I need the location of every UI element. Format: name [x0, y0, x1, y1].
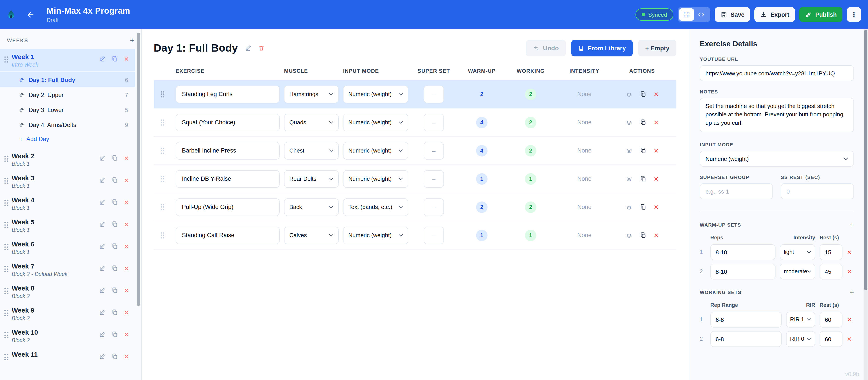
duplicate-week-icon[interactable] [112, 287, 118, 294]
layers-icon[interactable] [625, 232, 633, 239]
from-library-button[interactable]: From Library [571, 40, 633, 56]
duplicate-week-icon[interactable] [112, 199, 118, 205]
drag-handle-icon[interactable] [4, 156, 8, 162]
input-mode-select[interactable]: Numeric (weight) [343, 85, 408, 103]
edit-week-icon[interactable] [99, 177, 106, 183]
delete-set-icon[interactable]: ✕ [847, 268, 854, 275]
set-intensity-select[interactable]: moderate [780, 264, 815, 280]
layers-icon[interactable] [625, 175, 633, 182]
week-item[interactable]: Week 1 Intro Week ✕ [0, 49, 135, 71]
muscle-select[interactable]: Quads [284, 114, 339, 131]
sidebar-scrollbar[interactable] [137, 33, 140, 377]
duplicate-week-icon[interactable] [112, 221, 118, 228]
drag-handle-icon[interactable] [4, 56, 8, 63]
edit-week-icon[interactable] [99, 331, 106, 338]
youtube-url-input[interactable] [700, 65, 854, 81]
drag-handle-icon[interactable] [4, 244, 8, 250]
delete-week-icon[interactable]: ✕ [124, 56, 129, 62]
layers-icon[interactable] [625, 119, 633, 126]
superset-group-input[interactable] [700, 183, 773, 199]
edit-week-icon[interactable] [99, 287, 106, 294]
duplicate-exercise-icon[interactable] [640, 204, 647, 210]
add-week-button[interactable]: + [130, 37, 134, 44]
duplicate-week-icon[interactable] [112, 331, 118, 338]
delete-exercise-icon[interactable]: ✕ [654, 232, 659, 239]
ss-rest-input[interactable] [781, 183, 854, 199]
grid-view-button[interactable] [679, 8, 694, 21]
delete-week-icon[interactable]: ✕ [124, 221, 129, 227]
duplicate-exercise-icon[interactable] [640, 91, 647, 97]
duplicate-exercise-icon[interactable] [640, 147, 647, 154]
add-day-button[interactable]: +Add Day [0, 132, 142, 147]
week-item[interactable]: Week 3 Block 1 ✕ [0, 171, 135, 193]
input-mode-select[interactable]: Numeric (weight) [343, 170, 408, 187]
input-mode-select[interactable]: Numeric (weight) [343, 114, 408, 131]
input-mode-select[interactable]: Text (bands, etc.) [343, 198, 408, 216]
edit-day-title-button[interactable] [245, 45, 252, 52]
drag-handle-icon[interactable] [154, 176, 171, 182]
set-reps-input[interactable] [710, 264, 776, 280]
drag-handle-icon[interactable] [4, 354, 8, 360]
duplicate-week-icon[interactable] [112, 353, 118, 360]
delete-exercise-icon[interactable]: ✕ [654, 175, 659, 182]
input-mode-select[interactable]: Numeric (weight) [343, 226, 408, 244]
muscle-select[interactable]: Calves [284, 226, 339, 244]
layers-icon[interactable] [625, 203, 633, 210]
exercise-row[interactable]: HamstringsNumeric (weight)–22None ✕ [154, 80, 676, 109]
panel-scrollbar[interactable] [864, 29, 868, 380]
delete-set-icon[interactable]: ✕ [847, 249, 854, 256]
set-reps-input[interactable] [710, 244, 776, 260]
duplicate-week-icon[interactable] [112, 155, 118, 162]
edit-week-icon[interactable] [99, 221, 106, 228]
edit-week-icon[interactable] [99, 353, 106, 360]
superset-button[interactable]: – [424, 198, 444, 216]
drag-handle-icon[interactable] [4, 332, 8, 338]
drag-handle-icon[interactable] [154, 119, 171, 125]
day-item[interactable]: Day 4: Arms/Delts9 [0, 117, 135, 132]
week-item[interactable]: Week 11 ✕ [0, 347, 135, 364]
exercise-row[interactable]: Rear DeltsNumeric (weight)–11None ✕ [154, 165, 676, 193]
export-button[interactable]: Export [754, 7, 795, 22]
drag-handle-icon[interactable] [154, 204, 171, 210]
duplicate-week-icon[interactable] [112, 56, 118, 62]
notes-textarea[interactable]: Set the machine so that you get the bigg… [700, 98, 854, 132]
exercise-name-input[interactable] [176, 226, 280, 244]
muscle-select[interactable]: Rear Delts [284, 170, 339, 187]
more-options-button[interactable]: ⋮ [847, 7, 861, 22]
muscle-select[interactable]: Chest [284, 142, 339, 159]
panel-scrollbar-thumb[interactable] [864, 30, 867, 290]
add-warmup-set-button[interactable]: + [850, 221, 854, 228]
input-mode-select[interactable]: Numeric (weight) [343, 142, 408, 159]
delete-week-icon[interactable]: ✕ [124, 287, 129, 293]
superset-button[interactable]: – [424, 226, 444, 244]
week-item[interactable]: Week 10 Block 2 ✕ [0, 325, 135, 347]
drag-handle-icon[interactable] [154, 232, 171, 238]
duplicate-week-icon[interactable] [112, 243, 118, 250]
publish-button[interactable]: Publish [799, 7, 842, 22]
drag-handle-icon[interactable] [154, 147, 171, 154]
exercise-name-input[interactable] [176, 198, 280, 216]
delete-week-icon[interactable]: ✕ [124, 199, 129, 205]
day-item[interactable]: Day 1: Full Body6 [0, 72, 135, 87]
superset-button[interactable]: – [424, 114, 444, 131]
sidebar-scrollbar-thumb[interactable] [137, 33, 140, 306]
edit-week-icon[interactable] [99, 56, 106, 62]
set-intensity-select[interactable]: light [780, 244, 815, 260]
delete-week-icon[interactable]: ✕ [124, 155, 129, 161]
exercise-row[interactable]: BackText (bands, etc.)–22None ✕ [154, 193, 676, 221]
delete-exercise-icon[interactable]: ✕ [654, 203, 659, 210]
layers-icon[interactable] [625, 91, 633, 98]
set-intensity-select[interactable]: RIR 1 [786, 312, 815, 327]
delete-week-icon[interactable]: ✕ [124, 309, 129, 315]
week-item[interactable]: Week 4 Block 1 ✕ [0, 193, 135, 215]
code-view-button[interactable] [694, 8, 709, 21]
muscle-select[interactable]: Back [284, 198, 339, 216]
exercise-name-input[interactable] [176, 114, 280, 131]
duplicate-exercise-icon[interactable] [640, 232, 647, 238]
duplicate-exercise-icon[interactable] [640, 175, 647, 182]
exercise-name-input[interactable] [176, 170, 280, 187]
drag-handle-icon[interactable] [4, 266, 8, 272]
muscle-select[interactable]: Hamstrings [284, 85, 339, 103]
layers-icon[interactable] [625, 147, 633, 154]
delete-week-icon[interactable]: ✕ [124, 265, 129, 271]
